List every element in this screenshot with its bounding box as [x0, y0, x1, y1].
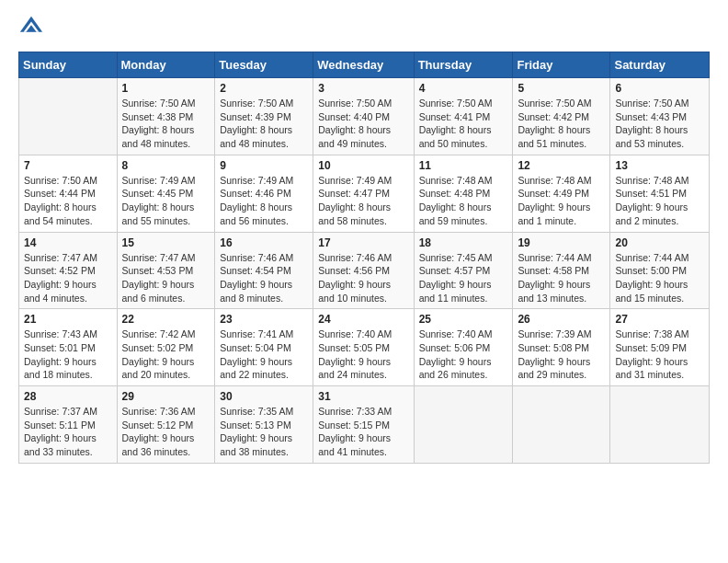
page: SundayMondayTuesdayWednesdayThursdayFrid… — [0, 0, 728, 563]
day-detail: Sunrise: 7:45 AMSunset: 4:57 PMDaylight:… — [419, 251, 508, 305]
day-number: 21 — [24, 313, 112, 326]
calendar-cell: 11Sunrise: 7:48 AMSunset: 4:48 PMDayligh… — [414, 155, 513, 232]
day-detail: Sunrise: 7:44 AMSunset: 5:00 PMDaylight:… — [615, 251, 704, 305]
day-detail: Sunrise: 7:39 AMSunset: 5:08 PMDaylight:… — [518, 327, 605, 382]
calendar-cell: 29Sunrise: 7:36 AMSunset: 5:12 PMDayligh… — [117, 386, 215, 464]
day-detail: Sunrise: 7:33 AMSunset: 5:15 PMDaylight:… — [318, 405, 408, 459]
calendar-cell: 8Sunrise: 7:49 AMSunset: 4:45 PMDaylight… — [117, 155, 215, 232]
day-detail: Sunrise: 7:48 AMSunset: 4:51 PMDaylight:… — [615, 174, 704, 228]
day-detail: Sunrise: 7:38 AMSunset: 5:09 PMDaylight:… — [615, 327, 704, 382]
day-number: 2 — [220, 82, 308, 95]
day-detail: Sunrise: 7:50 AMSunset: 4:38 PMDaylight:… — [122, 97, 210, 151]
day-number: 12 — [518, 159, 605, 172]
day-number: 7 — [24, 159, 112, 172]
calendar-cell: 3Sunrise: 7:50 AMSunset: 4:40 PMDaylight… — [313, 78, 414, 155]
weekday-header-thursday: Thursday — [414, 52, 513, 78]
calendar-cell: 30Sunrise: 7:35 AMSunset: 5:13 PMDayligh… — [215, 386, 313, 464]
day-number: 1 — [122, 82, 210, 95]
day-number: 5 — [518, 82, 605, 95]
day-detail: Sunrise: 7:50 AMSunset: 4:44 PMDaylight:… — [24, 174, 112, 228]
day-number: 30 — [220, 390, 308, 403]
day-detail: Sunrise: 7:40 AMSunset: 5:06 PMDaylight:… — [419, 327, 508, 382]
weekday-header-monday: Monday — [117, 52, 215, 78]
day-number: 20 — [615, 236, 704, 249]
calendar-cell: 1Sunrise: 7:50 AMSunset: 4:38 PMDaylight… — [117, 78, 215, 155]
day-detail: Sunrise: 7:37 AMSunset: 5:11 PMDaylight:… — [24, 405, 112, 459]
logo — [18, 15, 48, 40]
day-number: 8 — [122, 159, 210, 172]
day-detail: Sunrise: 7:40 AMSunset: 5:05 PMDaylight:… — [318, 327, 408, 382]
day-detail: Sunrise: 7:50 AMSunset: 4:40 PMDaylight:… — [318, 97, 408, 151]
calendar-cell: 23Sunrise: 7:41 AMSunset: 5:04 PMDayligh… — [215, 309, 313, 386]
day-detail: Sunrise: 7:50 AMSunset: 4:41 PMDaylight:… — [419, 97, 508, 151]
day-number: 23 — [220, 313, 308, 326]
day-detail: Sunrise: 7:48 AMSunset: 4:48 PMDaylight:… — [419, 174, 508, 228]
day-number: 31 — [318, 390, 408, 403]
day-number: 4 — [419, 82, 508, 95]
calendar-cell: 9Sunrise: 7:49 AMSunset: 4:46 PMDaylight… — [215, 155, 313, 232]
calendar-cell: 18Sunrise: 7:45 AMSunset: 4:57 PMDayligh… — [414, 232, 513, 309]
day-number: 15 — [122, 236, 210, 249]
week-row-2: 7Sunrise: 7:50 AMSunset: 4:44 PMDaylight… — [19, 155, 710, 232]
day-detail: Sunrise: 7:50 AMSunset: 4:42 PMDaylight:… — [518, 97, 605, 151]
calendar-cell: 31Sunrise: 7:33 AMSunset: 5:15 PMDayligh… — [313, 386, 414, 464]
day-detail: Sunrise: 7:46 AMSunset: 4:54 PMDaylight:… — [220, 251, 308, 305]
day-detail: Sunrise: 7:46 AMSunset: 4:56 PMDaylight:… — [318, 251, 408, 305]
day-number: 27 — [615, 313, 704, 326]
day-number: 24 — [318, 313, 408, 326]
calendar-cell: 13Sunrise: 7:48 AMSunset: 4:51 PMDayligh… — [610, 155, 710, 232]
calendar-cell: 21Sunrise: 7:43 AMSunset: 5:01 PMDayligh… — [19, 309, 118, 386]
calendar-cell — [610, 386, 710, 464]
day-number: 19 — [518, 236, 605, 249]
weekday-header-sunday: Sunday — [19, 52, 118, 78]
day-number: 6 — [615, 82, 704, 95]
calendar-cell: 12Sunrise: 7:48 AMSunset: 4:49 PMDayligh… — [513, 155, 610, 232]
day-detail: Sunrise: 7:49 AMSunset: 4:47 PMDaylight:… — [318, 174, 408, 228]
calendar-cell: 22Sunrise: 7:42 AMSunset: 5:02 PMDayligh… — [117, 309, 215, 386]
day-detail: Sunrise: 7:43 AMSunset: 5:01 PMDaylight:… — [24, 327, 112, 382]
header — [18, 15, 710, 40]
weekday-header-wednesday: Wednesday — [313, 52, 414, 78]
day-number: 14 — [24, 236, 112, 249]
calendar-cell: 19Sunrise: 7:44 AMSunset: 4:58 PMDayligh… — [513, 232, 610, 309]
day-detail: Sunrise: 7:48 AMSunset: 4:49 PMDaylight:… — [518, 174, 605, 228]
calendar-cell: 17Sunrise: 7:46 AMSunset: 4:56 PMDayligh… — [313, 232, 414, 309]
day-number: 22 — [122, 313, 210, 326]
day-detail: Sunrise: 7:49 AMSunset: 4:46 PMDaylight:… — [220, 174, 308, 228]
logo-icon — [18, 15, 44, 40]
day-number: 18 — [419, 236, 508, 249]
day-number: 26 — [518, 313, 605, 326]
day-number: 17 — [318, 236, 408, 249]
week-row-1: 1Sunrise: 7:50 AMSunset: 4:38 PMDaylight… — [19, 78, 710, 155]
day-number: 13 — [615, 159, 704, 172]
day-detail: Sunrise: 7:42 AMSunset: 5:02 PMDaylight:… — [122, 327, 210, 382]
weekday-header-saturday: Saturday — [610, 52, 710, 78]
calendar-cell: 10Sunrise: 7:49 AMSunset: 4:47 PMDayligh… — [313, 155, 414, 232]
day-detail: Sunrise: 7:50 AMSunset: 4:43 PMDaylight:… — [615, 97, 704, 151]
calendar-cell: 16Sunrise: 7:46 AMSunset: 4:54 PMDayligh… — [215, 232, 313, 309]
calendar-cell: 27Sunrise: 7:38 AMSunset: 5:09 PMDayligh… — [610, 309, 710, 386]
day-number: 16 — [220, 236, 308, 249]
week-row-3: 14Sunrise: 7:47 AMSunset: 4:52 PMDayligh… — [19, 232, 710, 309]
calendar-cell — [414, 386, 513, 464]
weekday-header-friday: Friday — [513, 52, 610, 78]
calendar-cell: 7Sunrise: 7:50 AMSunset: 4:44 PMDaylight… — [19, 155, 118, 232]
calendar-cell: 26Sunrise: 7:39 AMSunset: 5:08 PMDayligh… — [513, 309, 610, 386]
calendar-cell: 24Sunrise: 7:40 AMSunset: 5:05 PMDayligh… — [313, 309, 414, 386]
calendar-cell — [19, 78, 118, 155]
day-number: 25 — [419, 313, 508, 326]
calendar-cell: 6Sunrise: 7:50 AMSunset: 4:43 PMDaylight… — [610, 78, 710, 155]
day-detail: Sunrise: 7:41 AMSunset: 5:04 PMDaylight:… — [220, 327, 308, 382]
calendar-cell: 5Sunrise: 7:50 AMSunset: 4:42 PMDaylight… — [513, 78, 610, 155]
day-number: 3 — [318, 82, 408, 95]
calendar-cell: 25Sunrise: 7:40 AMSunset: 5:06 PMDayligh… — [414, 309, 513, 386]
day-detail: Sunrise: 7:47 AMSunset: 4:53 PMDaylight:… — [122, 251, 210, 305]
day-detail: Sunrise: 7:49 AMSunset: 4:45 PMDaylight:… — [122, 174, 210, 228]
weekday-header-row: SundayMondayTuesdayWednesdayThursdayFrid… — [19, 52, 710, 78]
day-detail: Sunrise: 7:44 AMSunset: 4:58 PMDaylight:… — [518, 251, 605, 305]
calendar-cell: 2Sunrise: 7:50 AMSunset: 4:39 PMDaylight… — [215, 78, 313, 155]
day-number: 10 — [318, 159, 408, 172]
day-number: 11 — [419, 159, 508, 172]
calendar-cell: 15Sunrise: 7:47 AMSunset: 4:53 PMDayligh… — [117, 232, 215, 309]
day-detail: Sunrise: 7:50 AMSunset: 4:39 PMDaylight:… — [220, 97, 308, 151]
